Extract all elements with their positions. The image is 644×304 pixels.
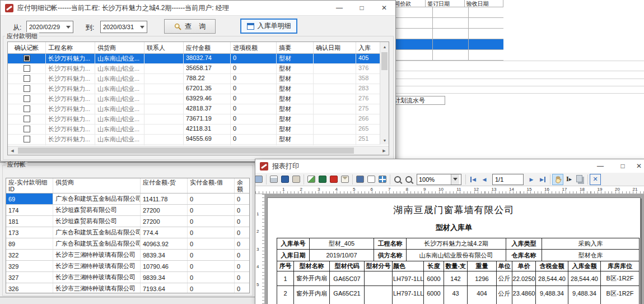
payable-detail-titlebar[interactable]: 应付明细记帐------当前工程: 长沙万科魅力之城4.2期------当前用户… bbox=[1, 1, 395, 16]
maximize-icon[interactable]: □ bbox=[351, 1, 373, 15]
payable-row[interactable]: 长沙万科魅力... 山东南山铝业... 42818.37 0 型材 275 bbox=[8, 104, 381, 114]
zoom-level-combo[interactable]: 100% bbox=[417, 174, 461, 185]
confirm-checkbox[interactable] bbox=[24, 126, 30, 132]
close-icon[interactable]: ✕ bbox=[373, 1, 395, 15]
table-row-selected[interactable] bbox=[387, 39, 503, 50]
confirm-checkbox[interactable] bbox=[24, 116, 30, 122]
cell-id[interactable]: 329 bbox=[6, 261, 53, 271]
payables-group-title: 应付帐 bbox=[6, 160, 27, 169]
save-icon[interactable] bbox=[354, 174, 366, 185]
confirm-checkbox[interactable] bbox=[24, 95, 30, 102]
scroll-up-icon[interactable]: ▲ bbox=[380, 42, 389, 51]
payables-row[interactable]: 89 广东合和建筑五金制品有限公司 40963.92 0 0 bbox=[6, 238, 249, 250]
query-button[interactable]: 查 询 bbox=[164, 19, 216, 34]
panel-toggle-icon[interactable] bbox=[253, 174, 264, 185]
export-icon[interactable] bbox=[306, 174, 317, 185]
close-icon[interactable]: ✕ bbox=[634, 159, 644, 173]
to-date-value: 2020/03/31 bbox=[103, 24, 134, 30]
text-select-tool-icon[interactable]: I▶ bbox=[563, 174, 575, 185]
payable-row[interactable]: 长沙万科魅力... 山东南山铝业... 42118.31 0 型材 265 bbox=[8, 125, 381, 135]
send-mail-icon[interactable] bbox=[339, 174, 351, 185]
confirm-checkbox[interactable] bbox=[24, 65, 30, 72]
export-pdf-icon[interactable] bbox=[328, 174, 339, 185]
cell-project: 长沙万科魅力... bbox=[46, 145, 95, 145]
cell-id[interactable]: 327 bbox=[6, 272, 53, 283]
chevron-down-icon[interactable] bbox=[451, 174, 459, 185]
payable-row[interactable]: 长沙万科魅力... 山东南山铝业... 35658.17 0 型材 376 bbox=[8, 64, 381, 74]
payables-row[interactable]: 327 长沙市三湘特种玻璃有限公司 9839.34 0 0 bbox=[6, 272, 249, 283]
plan-serial-field[interactable]: 计划流水号 bbox=[392, 96, 445, 105]
horizontal-scrollbar[interactable]: ◀ ▶ bbox=[8, 146, 389, 155]
payables-row[interactable]: 69 广东合和建筑五金制品有限公司 11411.78 0 0 bbox=[6, 194, 249, 205]
confirm-checkbox[interactable] bbox=[24, 136, 30, 142]
payables-row[interactable]: 174 长沙坦森贸易有限公司 27200 0 0 bbox=[6, 205, 249, 216]
scroll-left-icon[interactable]: ◀ bbox=[8, 146, 17, 155]
last-page-icon[interactable]: ▶ bbox=[537, 174, 548, 185]
report-titlebar[interactable]: 报表打印 — □ ✕ bbox=[255, 159, 644, 173]
scroll-down-icon[interactable]: ▼ bbox=[380, 136, 389, 145]
confirm-checkbox[interactable] bbox=[24, 105, 30, 112]
preview-book-icon[interactable] bbox=[279, 174, 291, 185]
scroll-thumb[interactable] bbox=[381, 52, 388, 70]
report-page-area[interactable]: 12345 湖南亘晟门窗幕墙有限公司 型材入库单 入库单号 型材_405 工程名… bbox=[255, 194, 644, 304]
cell-supplier: 山东南山铝业... bbox=[95, 94, 144, 104]
maximize-icon[interactable]: □ bbox=[612, 159, 634, 173]
payables-row[interactable]: 181 长沙坦森贸易有限公司 27200 0 0 bbox=[6, 216, 249, 227]
table-row[interactable] bbox=[387, 7, 503, 18]
copy-icon[interactable] bbox=[575, 174, 586, 185]
payable-row[interactable]: 长沙万科魅力... 山东南山铝业... 3895.84 0 型材 250 bbox=[8, 145, 381, 145]
cell-paid: 0 bbox=[188, 283, 235, 293]
minimize-icon[interactable]: — bbox=[328, 1, 351, 15]
payable-row[interactable]: 长沙万科魅力... 山东南山铝业... 67201.35 0 型材 283 bbox=[8, 84, 381, 94]
chevron-down-icon[interactable] bbox=[66, 26, 71, 29]
cell-payable: 11411.78 bbox=[141, 194, 188, 204]
next-page-icon[interactable]: ▶ bbox=[526, 174, 537, 185]
payable-row[interactable]: 长沙万科魅力... 山东南山铝业... 63929.46 0 型材 276 bbox=[8, 94, 381, 104]
payables-row[interactable]: 322 长沙市三湘特种玻璃有限公司 9839.34 0 0 bbox=[6, 250, 249, 261]
cell-id[interactable]: 173 bbox=[6, 227, 53, 238]
cell-id[interactable]: 69 bbox=[6, 194, 53, 204]
cell-id[interactable]: 89 bbox=[6, 238, 53, 249]
payable-row[interactable]: 长沙万科魅力... 山东南山铝业... 73671.19 0 型材 266 bbox=[8, 114, 381, 125]
hand-pan-tool-icon[interactable] bbox=[552, 174, 563, 185]
to-date-combo[interactable]: 2020/03/31 bbox=[100, 21, 147, 33]
payables-row[interactable]: 329 长沙市三湘特种玻璃有限公司 10790.46 0 0 bbox=[6, 261, 249, 272]
first-page-icon[interactable]: ◀ bbox=[468, 174, 479, 185]
close-preview-icon[interactable]: ✕ bbox=[590, 174, 601, 185]
inbound-detail-button[interactable]: 入库单明细 bbox=[240, 19, 297, 34]
page-setup-icon[interactable] bbox=[366, 174, 377, 185]
minimize-icon[interactable]: — bbox=[589, 159, 612, 173]
cell-contact bbox=[144, 94, 184, 104]
zoom-out-icon[interactable] bbox=[403, 174, 414, 185]
payable-row[interactable]: 长沙万科魅力... 山东南山铝业... 94555.69 0 型材 251 bbox=[8, 135, 381, 145]
scroll-right-icon[interactable]: ▶ bbox=[380, 146, 389, 155]
scroll-thumb[interactable] bbox=[18, 148, 354, 154]
payable-row[interactable]: 长沙万科魅力... 山东南山铝业... 38032.74 0 型材 405 bbox=[8, 54, 381, 64]
table-row[interactable] bbox=[387, 50, 503, 61]
cell-id[interactable]: 322 bbox=[6, 250, 53, 260]
previous-page-icon[interactable]: ◀ bbox=[479, 174, 490, 185]
payables-row[interactable]: 173 广东合和建筑五金制品有限公司 774.4 0 0 bbox=[6, 227, 249, 238]
from-date-combo[interactable]: 2020/02/29 bbox=[26, 21, 73, 33]
cell-id[interactable]: 326 bbox=[6, 283, 53, 293]
chevron-down-icon[interactable] bbox=[140, 26, 144, 29]
table-row[interactable] bbox=[387, 29, 503, 39]
cell-supplier: 山东南山铝业... bbox=[95, 74, 144, 84]
page-number-box[interactable]: 1/1 bbox=[492, 174, 524, 185]
cell-id[interactable]: 181 bbox=[6, 216, 53, 227]
print-icon[interactable] bbox=[268, 174, 279, 185]
cell-contact bbox=[144, 114, 184, 124]
vertical-scrollbar[interactable]: ▲ ▼ bbox=[380, 42, 389, 145]
confirm-checkbox[interactable] bbox=[24, 85, 30, 92]
confirm-checkbox[interactable] bbox=[24, 75, 30, 82]
settings-tools-icon[interactable] bbox=[291, 174, 302, 185]
table-row[interactable] bbox=[387, 18, 503, 29]
payables-row[interactable]: 326 长沙市三湘特种玻璃有限公司 7193.64 0 0 bbox=[6, 283, 249, 293]
payables-window: 应付帐 应-实付款明细ID供货商应付金额-货实付金额-借余额 69 广东合和建筑… bbox=[0, 162, 256, 297]
confirm-checkbox[interactable] bbox=[24, 55, 30, 62]
payable-row[interactable]: 长沙万科魅力... 山东南山铝业... 788.22 0 型材 358 bbox=[8, 74, 381, 84]
multipage-view-icon[interactable] bbox=[377, 174, 388, 185]
zoom-in-icon[interactable] bbox=[392, 174, 403, 185]
export-excel-icon[interactable] bbox=[317, 174, 328, 185]
cell-id[interactable]: 174 bbox=[6, 205, 53, 215]
